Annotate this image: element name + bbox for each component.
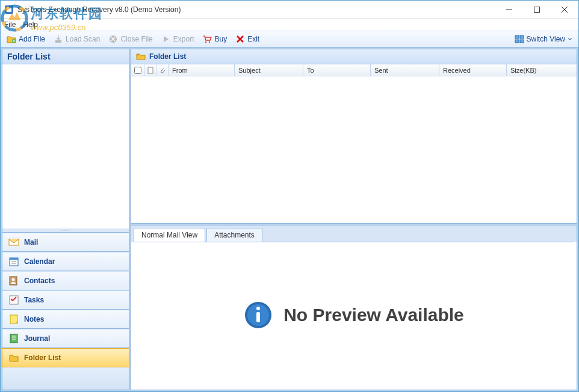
- exit-icon: [235, 34, 245, 44]
- nav-contacts[interactable]: Contacts: [2, 271, 129, 290]
- svg-rect-8: [55, 40, 61, 43]
- close-file-button: Close File: [105, 33, 156, 45]
- sidebar: Folder List ••••• Mail Calendar Contacts…: [2, 49, 129, 390]
- folder-tree-panel: Folder List •••••: [2, 49, 129, 233]
- svg-rect-33: [256, 312, 260, 322]
- app-icon: [4, 5, 14, 14]
- svg-point-10: [205, 41, 206, 43]
- folder-tree[interactable]: [2, 64, 129, 228]
- message-list-panel: Folder List From Subject To Sent Receive…: [131, 49, 577, 224]
- col-checkbox[interactable]: [131, 64, 144, 76]
- notes-icon: [8, 314, 19, 325]
- nav-journal[interactable]: Journal: [2, 329, 129, 348]
- switch-view-icon: [515, 34, 524, 44]
- svg-point-11: [209, 41, 210, 43]
- col-subject[interactable]: Subject: [235, 64, 303, 76]
- svg-point-32: [256, 307, 260, 310]
- page-icon: [147, 67, 154, 74]
- close-file-icon: [108, 34, 118, 44]
- nav-calendar[interactable]: Calendar: [2, 252, 129, 271]
- svg-rect-12: [515, 35, 519, 38]
- close-button[interactable]: [551, 1, 578, 18]
- tab-normal-mail-view[interactable]: Normal Mail View: [134, 228, 205, 242]
- svg-point-22: [12, 278, 15, 281]
- nav-tasks[interactable]: Tasks: [2, 290, 129, 310]
- col-sent[interactable]: Sent: [371, 64, 439, 76]
- folder-icon: [8, 352, 19, 363]
- info-icon: [244, 301, 273, 329]
- exit-button[interactable]: Exit: [232, 33, 263, 45]
- attachment-icon: [159, 67, 166, 74]
- svg-rect-18: [10, 258, 18, 260]
- window-title: SysTools Exchange Recovery v8.0 (Demo Ve…: [17, 5, 495, 14]
- col-received[interactable]: Received: [439, 64, 507, 76]
- toolbar: Add File Load Scan Close File Export Buy…: [1, 31, 578, 47]
- nav-spacer: [2, 367, 129, 390]
- export-button: Export: [158, 33, 198, 45]
- splitter-grip[interactable]: •••••: [2, 228, 129, 232]
- menu-help[interactable]: Help: [23, 20, 38, 29]
- preview-message: No Preview Available: [283, 305, 464, 325]
- calendar-icon: [8, 256, 19, 267]
- nav-notes[interactable]: Notes: [2, 310, 129, 329]
- svg-rect-25: [10, 334, 17, 343]
- buy-button[interactable]: Buy: [199, 33, 231, 45]
- minimize-button[interactable]: [495, 1, 523, 18]
- load-scan-icon: [54, 34, 63, 44]
- col-from[interactable]: From: [169, 64, 235, 76]
- svg-rect-15: [520, 40, 524, 43]
- export-icon: [161, 34, 171, 44]
- main-area: Folder List ••••• Mail Calendar Contacts…: [1, 47, 578, 391]
- switch-view-button[interactable]: Switch View: [511, 33, 576, 45]
- chevron-down-icon: [568, 37, 572, 41]
- svg-rect-29: [148, 67, 153, 73]
- menubar: File Help: [1, 19, 578, 31]
- col-to[interactable]: To: [303, 64, 371, 76]
- add-file-button[interactable]: Add File: [3, 33, 49, 45]
- load-scan-button: Load Scan: [50, 33, 104, 45]
- svg-rect-13: [520, 35, 524, 38]
- content-header: Folder List: [131, 49, 577, 64]
- cart-icon: [202, 34, 212, 44]
- preview-tabs: Normal Mail View Attachments: [131, 225, 577, 242]
- folder-open-icon: [136, 52, 146, 61]
- col-attachment[interactable]: [156, 64, 169, 76]
- content-area: Folder List From Subject To Sent Receive…: [131, 49, 577, 390]
- titlebar: SysTools Exchange Recovery v8.0 (Demo Ve…: [1, 1, 578, 19]
- folder-add-icon: [7, 34, 16, 44]
- preview-panel: Normal Mail View Attachments No Preview …: [131, 225, 577, 390]
- mail-icon: [8, 237, 19, 248]
- tasks-icon: [8, 295, 19, 305]
- message-grid-body[interactable]: [131, 76, 577, 223]
- svg-rect-4: [534, 7, 540, 12]
- folder-list-header: Folder List: [2, 49, 129, 64]
- svg-rect-14: [515, 40, 519, 43]
- nav-list: Mail Calendar Contacts Tasks Notes Journ…: [2, 233, 129, 390]
- journal-icon: [8, 333, 19, 344]
- contacts-icon: [8, 275, 19, 286]
- grid-header: From Subject To Sent Received Size(KB): [131, 64, 577, 76]
- maximize-button[interactable]: [523, 1, 551, 18]
- col-flag[interactable]: [144, 64, 156, 76]
- tab-attachments[interactable]: Attachments: [206, 228, 262, 242]
- menu-file[interactable]: File: [4, 20, 16, 29]
- preview-body: No Preview Available: [134, 242, 574, 387]
- col-size[interactable]: Size(KB): [507, 64, 577, 76]
- nav-folder-list[interactable]: Folder List: [2, 348, 129, 367]
- nav-mail[interactable]: Mail: [2, 233, 129, 252]
